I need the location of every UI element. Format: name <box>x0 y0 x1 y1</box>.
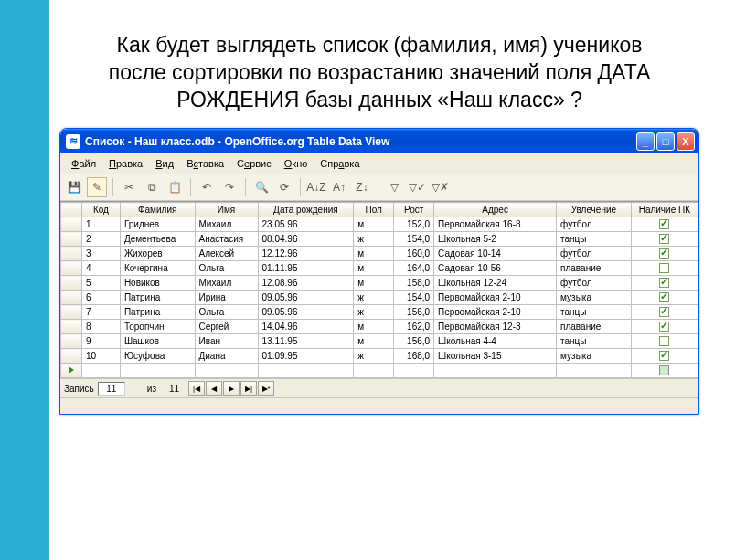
table-row[interactable]: 9ШашковИван13.11.95м156,0Школьная 4-4тан… <box>61 334 698 349</box>
cell-addr[interactable]: Школьная 12-24 <box>434 276 557 291</box>
find-icon[interactable]: 🔍 <box>251 177 272 197</box>
cell-sex[interactable]: м <box>354 334 394 349</box>
row-selector[interactable] <box>61 247 82 261</box>
cell-sex[interactable]: м <box>354 247 394 261</box>
cell-name[interactable]: Иван <box>195 334 258 349</box>
checkbox-icon[interactable] <box>659 307 669 317</box>
sort-asc-icon[interactable]: A↑ <box>329 177 349 197</box>
cell-id[interactable]: 9 <box>82 334 121 349</box>
cell-addr[interactable]: Школьная 5-2 <box>434 232 557 247</box>
cell-hobby[interactable]: музыка <box>557 349 632 364</box>
cell-hobby[interactable]: футбол <box>557 247 632 261</box>
cell-dob[interactable]: 08.04.96 <box>258 232 354 247</box>
autofilter-icon[interactable]: ▽ <box>384 177 404 197</box>
titlebar[interactable]: ≋ Список - Наш класс.odb - OpenOffice.or… <box>60 129 698 153</box>
cell-dob[interactable]: 13.11.95 <box>258 334 354 349</box>
maximize-button[interactable]: □ <box>656 132 675 151</box>
table-row[interactable]: 5НовиковМихаил12.08.96м158,0Школьная 12-… <box>61 276 698 291</box>
cell-height[interactable]: 164,0 <box>394 261 434 276</box>
cell-fam[interactable]: Торопчин <box>120 320 195 334</box>
nav-last-button[interactable]: ▶| <box>240 381 257 396</box>
cell-height[interactable]: 152,0 <box>394 217 434 232</box>
table-row[interactable]: 7ПатринаОльга09.05.96ж156,0Первомайская … <box>61 305 698 320</box>
nav-prev-button[interactable]: ◀ <box>206 381 222 396</box>
col-pc[interactable]: Наличие ПК <box>631 203 698 217</box>
row-selector[interactable] <box>61 261 82 276</box>
cell-dob[interactable]: 12.08.96 <box>258 276 354 291</box>
cell-sex[interactable]: ж <box>354 232 394 247</box>
cell-height[interactable]: 158,0 <box>394 276 434 291</box>
row-selector[interactable] <box>61 232 82 247</box>
cell-pc[interactable] <box>631 291 698 305</box>
sort-desc-icon[interactable]: Z↓ <box>352 177 372 197</box>
cell-name[interactable]: Михаил <box>195 276 258 291</box>
col-addr[interactable]: Адрес <box>434 203 557 217</box>
row-selector[interactable] <box>61 349 82 364</box>
cell-dob[interactable]: 12.12.96 <box>258 247 354 261</box>
undo-icon[interactable]: ↶ <box>197 177 217 197</box>
checkbox-icon[interactable] <box>659 278 669 288</box>
table-row[interactable]: 4КочергинаОльга01.11.95м164,0Садовая 10-… <box>61 261 698 276</box>
cell-pc[interactable] <box>631 334 698 349</box>
cell-name[interactable]: Ольга <box>195 305 258 320</box>
cell-name[interactable]: Диана <box>195 349 258 364</box>
cell-sex[interactable]: ж <box>354 291 394 305</box>
cell-dob[interactable]: 09.05.96 <box>258 305 354 320</box>
cell-sex[interactable]: м <box>354 320 394 334</box>
cell-addr[interactable]: Первомайская 16-8 <box>434 217 557 232</box>
cell-addr[interactable]: Садовая 10-56 <box>434 261 557 276</box>
cell-id[interactable]: 10 <box>82 349 121 364</box>
cell-addr[interactable]: Школьная 3-15 <box>434 349 557 364</box>
cell-id[interactable]: 3 <box>82 247 121 261</box>
row-selector[interactable] <box>61 291 82 305</box>
cell-height[interactable]: 162,0 <box>394 320 434 334</box>
cell-hobby[interactable]: футбол <box>557 217 632 232</box>
cell-hobby[interactable]: танцы <box>557 232 632 247</box>
cell-fam[interactable]: Гриднев <box>120 217 195 232</box>
table-row[interactable]: 2ДементьеваАнастасия08.04.96ж154,0Школьн… <box>61 232 698 247</box>
checkbox-icon[interactable] <box>659 292 669 302</box>
checkbox-icon[interactable] <box>659 248 669 259</box>
cell-dob[interactable]: 14.04.96 <box>258 320 354 334</box>
cut-icon[interactable]: ✂ <box>119 177 139 197</box>
cell-name[interactable]: Ирина <box>195 291 258 305</box>
cell-id[interactable]: 8 <box>82 320 121 334</box>
edit-icon[interactable]: ✎ <box>87 177 107 197</box>
menu-file[interactable]: Файл <box>66 156 101 171</box>
cell-height[interactable]: 160,0 <box>394 247 434 261</box>
cell-sex[interactable]: м <box>354 276 394 291</box>
cell-height[interactable]: 156,0 <box>394 334 434 349</box>
cell-sex[interactable]: ж <box>354 349 394 364</box>
cell-hobby[interactable]: футбол <box>557 276 632 291</box>
cell-sex[interactable]: ж <box>354 305 394 320</box>
col-fam[interactable]: Фамилия <box>120 203 195 217</box>
table-row[interactable]: 3ЖихоревАлексей12.12.96м160,0Садовая 10-… <box>61 247 698 261</box>
cell-addr[interactable]: Садовая 10-14 <box>434 247 557 261</box>
data-grid[interactable]: Код Фамилия Имя Дата рождения Пол Рост А… <box>60 201 698 378</box>
cell-id[interactable]: 7 <box>82 305 121 320</box>
table-row[interactable]: 10ЮсуфоваДиана01.09.95ж168,0Школьная 3-1… <box>61 349 698 364</box>
cell-height[interactable]: 154,0 <box>394 291 434 305</box>
row-selector[interactable] <box>61 276 82 291</box>
cell-id[interactable]: 5 <box>82 276 121 291</box>
col-hobby[interactable]: Увлечение <box>557 203 632 217</box>
cell-name[interactable]: Алексей <box>195 247 258 261</box>
cell-dob[interactable]: 01.11.95 <box>258 261 354 276</box>
menu-tools[interactable]: Сервис <box>231 156 277 171</box>
nav-next-button[interactable]: ▶ <box>223 381 240 396</box>
cell-hobby[interactable]: танцы <box>557 305 632 320</box>
checkbox-icon[interactable] <box>659 234 669 244</box>
copy-icon[interactable]: ⧉ <box>142 177 162 197</box>
cell-sex[interactable]: м <box>354 217 394 232</box>
menu-window[interactable]: Окно <box>279 156 314 171</box>
checkbox-icon[interactable] <box>659 322 669 332</box>
checkbox-icon[interactable] <box>659 336 669 346</box>
checkbox-icon[interactable] <box>659 351 669 361</box>
cell-id[interactable]: 4 <box>82 261 121 276</box>
new-record-marker[interactable] <box>61 364 82 378</box>
menu-insert[interactable]: Вставка <box>181 156 229 171</box>
record-current[interactable]: 11 <box>98 382 125 396</box>
paste-icon[interactable]: 📋 <box>165 177 185 197</box>
cell-addr[interactable]: Первомайская 2-10 <box>434 291 557 305</box>
cell-height[interactable]: 168,0 <box>394 349 434 364</box>
